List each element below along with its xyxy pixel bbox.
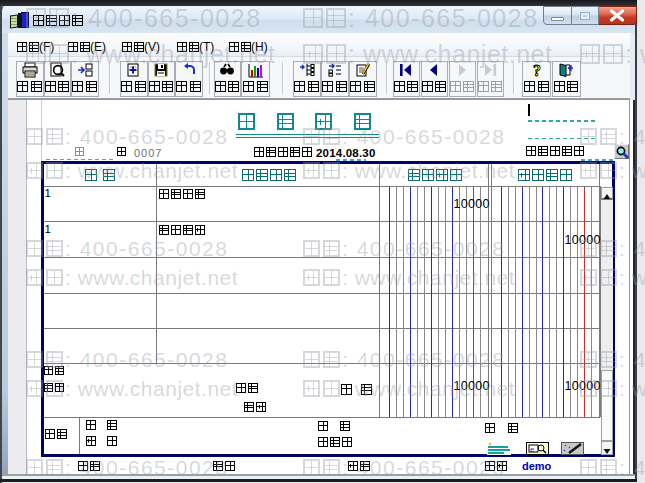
svg-text:?: ? bbox=[533, 62, 541, 78]
svg-text:e: e bbox=[530, 445, 535, 454]
